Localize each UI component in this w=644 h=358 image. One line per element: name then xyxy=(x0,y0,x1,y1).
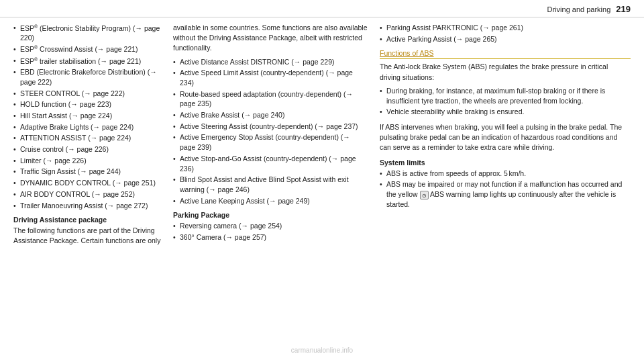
esp-label: ESP® (Electronic Stability Program) (→ p… xyxy=(20,24,160,42)
header-bar: Driving and parking 219 xyxy=(0,0,644,17)
list-item: Trailer Manoeuvring Assist (→ page 272) xyxy=(13,201,161,211)
esp-trailer-label: ESP® trailer stabilisation (→ page 221) xyxy=(20,57,141,65)
list-item: During braking, for instance, at maximum… xyxy=(380,86,631,105)
functions-intro: The Anti-lock Brake System (ABS) regulat… xyxy=(380,62,631,82)
list-item: Active Emergency Stop Assist (country-de… xyxy=(173,132,368,152)
camera360-item: 360° Camera (→ page 257) xyxy=(173,232,368,242)
list-item: ESP® (Electronic Stability Program) (→ p… xyxy=(13,23,161,43)
list-item: Adaptive Brake Lights (→ page 224) xyxy=(13,122,161,132)
list-item: Active Stop-and-Go Assist (country-depen… xyxy=(173,154,368,173)
list-item: ESP® Crosswind Assist (→ page 221) xyxy=(13,44,161,54)
parking-package-heading: Parking Package xyxy=(173,211,368,219)
list-item: Blind Spot Assist and Active Blind Spot … xyxy=(173,175,368,194)
driving-assistance-body: The following functions are part of the … xyxy=(13,226,161,246)
list-item: HOLD function (→ page 223) xyxy=(13,99,161,109)
middle-bullet-list: Active Distance Assist DISTRONIC (→ page… xyxy=(173,57,368,206)
list-item: AIR BODY CONTROL (→ page 252) xyxy=(13,189,161,199)
left-bullet-list: ESP® (Electronic Stability Program) (→ p… xyxy=(13,23,161,210)
functions-of-abs-heading: Functions of ABS xyxy=(380,49,631,59)
abs-body-text: If ABS intervenes when braking, you will… xyxy=(380,122,631,153)
list-item: EBD (Electronic Brakeforce Distribution)… xyxy=(13,67,161,87)
list-item: DYNAMIC BODY CONTROL (→ page 251) xyxy=(13,178,161,188)
list-item: Vehicle steerability while braking is en… xyxy=(380,107,631,117)
col-middle: available in some countries. Some functi… xyxy=(173,23,368,355)
list-item: ESP® trailer stabilisation (→ page 221) xyxy=(13,56,161,66)
list-item: Active Speed Limit Assist (country-depen… xyxy=(173,68,368,87)
middle-intro: available in some countries. Some functi… xyxy=(173,23,368,54)
list-item: Route-based speed adaptation (country-de… xyxy=(173,89,368,109)
list-item: Hill Start Assist (→ page 224) xyxy=(13,111,161,121)
reversing-camera-item: Reversing camera (→ page 254) xyxy=(173,221,368,231)
list-item: ABS is active from speeds of approx. 5 k… xyxy=(380,169,631,179)
header-title: Driving and parking xyxy=(547,5,611,13)
watermark: carmanualonline.info xyxy=(291,347,353,354)
parking-bullet-list: Reversing camera (→ page 254) 360° Camer… xyxy=(173,221,368,242)
list-item: ABS may be impaired or may not function … xyxy=(380,179,631,209)
list-item: Traffic Sign Assist (→ page 244) xyxy=(13,167,161,177)
page-container: Driving and parking 219 ESP® (Electronic… xyxy=(0,0,644,358)
list-item: Limiter (→ page 226) xyxy=(13,156,161,166)
page-number: 219 xyxy=(616,4,631,14)
col-left: ESP® (Electronic Stability Program) (→ p… xyxy=(13,23,161,355)
esp-crosswind-label: ESP® Crosswind Assist (→ page 221) xyxy=(20,45,138,53)
list-item: Active Steering Assist (country-dependen… xyxy=(173,122,368,132)
list-item: Active Lane Keeping Assist (→ page 249) xyxy=(173,196,368,206)
list-item: STEER CONTROL (→ page 222) xyxy=(13,89,161,99)
driving-assistance-heading: Driving Assistance package xyxy=(13,216,161,224)
list-item: ATTENTION ASSIST (→ page 224) xyxy=(13,133,161,143)
active-parking-assist-item: Active Parking Assist (→ page 265) xyxy=(380,34,631,44)
col-right: Parking Assist PARKTRONIC (→ page 261) A… xyxy=(380,23,631,355)
list-item: Cruise control (→ page 226) xyxy=(13,144,161,154)
main-content: ESP® (Electronic Stability Program) (→ p… xyxy=(0,23,644,355)
functions-list: During braking, for instance, at maximum… xyxy=(380,86,631,117)
abs-warning-icon: ⊙ xyxy=(420,191,429,199)
system-limits-heading: System limits xyxy=(380,159,631,167)
system-limits-list: ABS is active from speeds of approx. 5 k… xyxy=(380,169,631,210)
list-item: Active Brake Assist (→ page 240) xyxy=(173,110,368,120)
right-top-list: Parking Assist PARKTRONIC (→ page 261) A… xyxy=(380,23,631,44)
list-item: Active Distance Assist DISTRONIC (→ page… xyxy=(173,57,368,67)
parking-assist-parktronic-item: Parking Assist PARKTRONIC (→ page 261) xyxy=(380,23,631,33)
